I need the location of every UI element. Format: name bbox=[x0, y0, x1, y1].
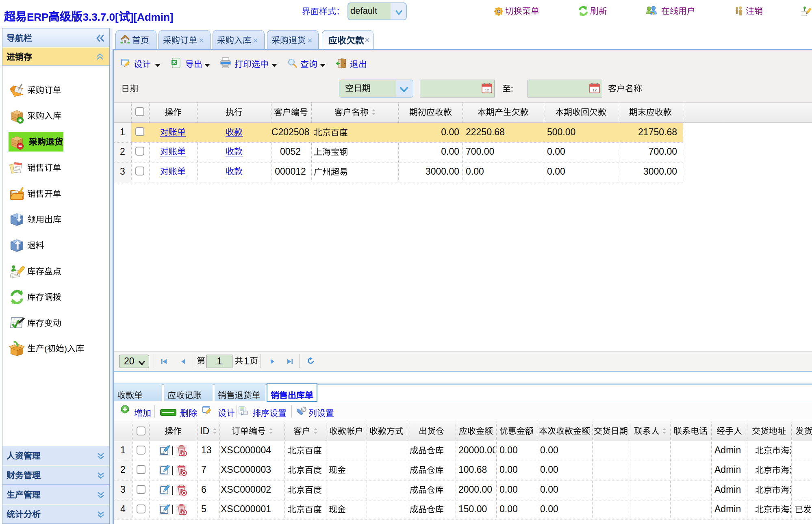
svg-text:12: 12 bbox=[593, 88, 597, 92]
svg-text:12: 12 bbox=[485, 88, 489, 92]
